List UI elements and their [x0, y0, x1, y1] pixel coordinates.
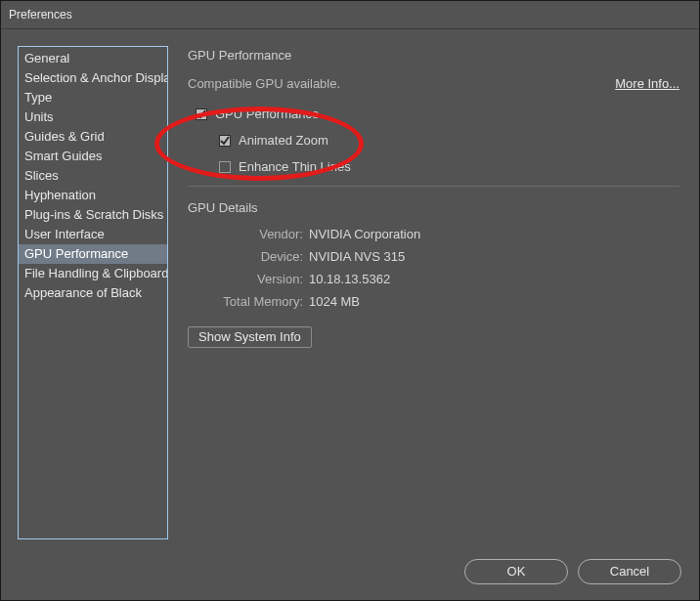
- show-system-info-button[interactable]: Show System Info: [188, 326, 312, 348]
- sidebar-item-gpu-performance[interactable]: GPU Performance: [19, 244, 167, 264]
- value-total-memory: 1024 MB: [309, 294, 360, 309]
- ok-button[interactable]: OK: [464, 559, 568, 584]
- sidebar-item-plugins-scratch[interactable]: Plug-ins & Scratch Disks: [19, 205, 167, 225]
- sidebar-item-label: GPU Performance: [24, 246, 128, 261]
- sidebar-item-label: Type: [24, 90, 52, 105]
- panel-gpu-performance: GPU Performance Compatible GPU available…: [168, 46, 685, 539]
- checkbox-icon: [196, 108, 207, 120]
- sidebar-item-selection-anchor[interactable]: Selection & Anchor Display: [19, 68, 167, 88]
- sidebar-item-type[interactable]: Type: [19, 88, 167, 107]
- checkbox-icon: [219, 135, 231, 147]
- sidebar-item-units[interactable]: Units: [19, 107, 167, 127]
- checkbox-label: Enhance Thin Lines: [239, 159, 351, 174]
- sidebar-item-label: Selection & Anchor Display: [24, 70, 167, 85]
- preferences-dialog: Preferences General Selection & Anchor D…: [0, 0, 700, 601]
- sidebar-item-label: Appearance of Black: [24, 285, 142, 300]
- kv-total-memory: Total Memory: 1024 MB: [188, 294, 685, 309]
- gpu-status-text: Compatible GPU available.: [188, 76, 340, 91]
- dialog-footer: OK Cancel: [464, 559, 681, 584]
- label-device: Device:: [188, 249, 309, 264]
- sidebar-item-appearance-black[interactable]: Appearance of Black: [19, 283, 167, 303]
- sidebar-item-label: Units: [24, 109, 54, 124]
- label-total-memory: Total Memory:: [188, 294, 309, 309]
- window-title: Preferences: [9, 8, 72, 21]
- sidebar-item-guides-grid[interactable]: Guides & Grid: [19, 127, 167, 147]
- value-version: 10.18.13.5362: [309, 272, 390, 286]
- sidebar-item-label: Hyphenation: [24, 188, 96, 202]
- checkbox-enhance-thin-lines[interactable]: Enhance Thin Lines: [219, 159, 685, 174]
- sidebar-item-label: Smart Guides: [24, 149, 102, 163]
- cancel-button[interactable]: Cancel: [578, 559, 681, 584]
- sidebar-item-user-interface[interactable]: User Interface: [19, 225, 167, 244]
- checkbox-icon: [219, 161, 231, 173]
- kv-vendor: Vendor: NVIDIA Corporation: [188, 227, 685, 241]
- value-vendor: NVIDIA Corporation: [309, 227, 420, 241]
- checkbox-gpu-performance[interactable]: GPU Performance: [196, 107, 685, 121]
- category-sidebar: General Selection & Anchor Display Type …: [18, 46, 168, 539]
- value-device: NVIDIA NVS 315: [309, 249, 405, 264]
- sidebar-item-label: File Handling & Clipboard: [24, 266, 167, 280]
- panel-heading: GPU Performance: [188, 48, 685, 63]
- sidebar-item-slices[interactable]: Slices: [19, 166, 167, 186]
- checkbox-label: Animated Zoom: [239, 133, 328, 148]
- sidebar-item-general[interactable]: General: [19, 49, 167, 68]
- label-vendor: Vendor:: [188, 227, 309, 241]
- sidebar-item-label: General: [24, 51, 69, 65]
- kv-version: Version: 10.18.13.5362: [188, 272, 685, 286]
- titlebar: Preferences: [1, 1, 699, 29]
- sidebar-item-label: User Interface: [24, 227, 105, 241]
- sidebar-item-file-handling[interactable]: File Handling & Clipboard: [19, 264, 167, 283]
- label-version: Version:: [188, 272, 309, 286]
- checkbox-animated-zoom[interactable]: Animated Zoom: [219, 133, 685, 148]
- sidebar-item-label: Slices: [24, 168, 59, 183]
- sidebar-item-label: Guides & Grid: [24, 129, 105, 144]
- gpu-details-heading: GPU Details: [188, 200, 685, 215]
- more-info-link[interactable]: More Info...: [615, 76, 685, 91]
- kv-device: Device: NVIDIA NVS 315: [188, 249, 685, 264]
- sidebar-item-smart-guides[interactable]: Smart Guides: [19, 147, 167, 166]
- sidebar-item-hyphenation[interactable]: Hyphenation: [19, 186, 167, 205]
- divider: [188, 186, 679, 187]
- dialog-content: General Selection & Anchor Display Type …: [1, 29, 699, 539]
- checkbox-label: GPU Performance: [215, 107, 319, 121]
- sidebar-item-label: Plug-ins & Scratch Disks: [24, 207, 163, 222]
